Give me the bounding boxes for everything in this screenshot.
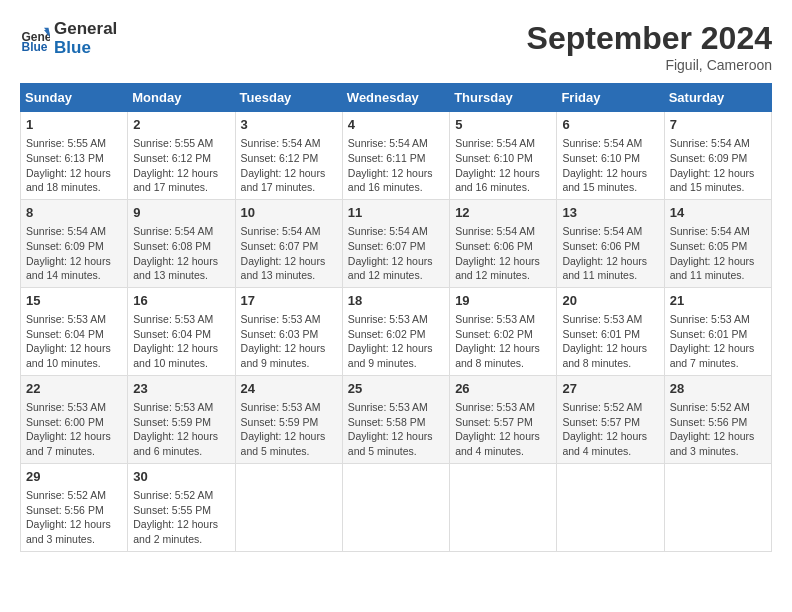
- day-number: 26: [455, 380, 551, 398]
- table-row: [342, 463, 449, 551]
- logo: General Blue General Blue: [20, 20, 117, 57]
- day-number: 29: [26, 468, 122, 486]
- day-detail: Sunrise: 5:52 AM Sunset: 5:57 PM Dayligh…: [562, 400, 658, 459]
- day-detail: Sunrise: 5:54 AM Sunset: 6:10 PM Dayligh…: [455, 136, 551, 195]
- day-detail: Sunrise: 5:53 AM Sunset: 6:00 PM Dayligh…: [26, 400, 122, 459]
- day-number: 25: [348, 380, 444, 398]
- day-number: 12: [455, 204, 551, 222]
- table-row: 7Sunrise: 5:54 AM Sunset: 6:09 PM Daylig…: [664, 112, 771, 200]
- header-row: Sunday Monday Tuesday Wednesday Thursday…: [21, 84, 772, 112]
- calendar-week-row: 1Sunrise: 5:55 AM Sunset: 6:13 PM Daylig…: [21, 112, 772, 200]
- table-row: 22Sunrise: 5:53 AM Sunset: 6:00 PM Dayli…: [21, 375, 128, 463]
- day-number: 21: [670, 292, 766, 310]
- table-row: 12Sunrise: 5:54 AM Sunset: 6:06 PM Dayli…: [450, 199, 557, 287]
- day-detail: Sunrise: 5:53 AM Sunset: 6:01 PM Dayligh…: [562, 312, 658, 371]
- table-row: [450, 463, 557, 551]
- day-number: 22: [26, 380, 122, 398]
- day-number: 6: [562, 116, 658, 134]
- day-detail: Sunrise: 5:54 AM Sunset: 6:09 PM Dayligh…: [26, 224, 122, 283]
- day-detail: Sunrise: 5:53 AM Sunset: 6:04 PM Dayligh…: [133, 312, 229, 371]
- day-detail: Sunrise: 5:52 AM Sunset: 5:55 PM Dayligh…: [133, 488, 229, 547]
- table-row: 29Sunrise: 5:52 AM Sunset: 5:56 PM Dayli…: [21, 463, 128, 551]
- col-saturday: Saturday: [664, 84, 771, 112]
- day-number: 1: [26, 116, 122, 134]
- day-number: 23: [133, 380, 229, 398]
- location: Figuil, Cameroon: [527, 57, 772, 73]
- table-row: 23Sunrise: 5:53 AM Sunset: 5:59 PM Dayli…: [128, 375, 235, 463]
- table-row: [235, 463, 342, 551]
- day-detail: Sunrise: 5:54 AM Sunset: 6:10 PM Dayligh…: [562, 136, 658, 195]
- day-number: 24: [241, 380, 337, 398]
- day-detail: Sunrise: 5:53 AM Sunset: 5:59 PM Dayligh…: [133, 400, 229, 459]
- table-row: 17Sunrise: 5:53 AM Sunset: 6:03 PM Dayli…: [235, 287, 342, 375]
- table-row: 1Sunrise: 5:55 AM Sunset: 6:13 PM Daylig…: [21, 112, 128, 200]
- calendar-table: Sunday Monday Tuesday Wednesday Thursday…: [20, 83, 772, 552]
- day-number: 28: [670, 380, 766, 398]
- day-number: 10: [241, 204, 337, 222]
- day-number: 15: [26, 292, 122, 310]
- day-number: 16: [133, 292, 229, 310]
- day-detail: Sunrise: 5:55 AM Sunset: 6:12 PM Dayligh…: [133, 136, 229, 195]
- day-detail: Sunrise: 5:54 AM Sunset: 6:05 PM Dayligh…: [670, 224, 766, 283]
- day-number: 8: [26, 204, 122, 222]
- col-tuesday: Tuesday: [235, 84, 342, 112]
- day-number: 9: [133, 204, 229, 222]
- table-row: 16Sunrise: 5:53 AM Sunset: 6:04 PM Dayli…: [128, 287, 235, 375]
- table-row: 15Sunrise: 5:53 AM Sunset: 6:04 PM Dayli…: [21, 287, 128, 375]
- table-row: 2Sunrise: 5:55 AM Sunset: 6:12 PM Daylig…: [128, 112, 235, 200]
- table-row: [664, 463, 771, 551]
- table-row: 10Sunrise: 5:54 AM Sunset: 6:07 PM Dayli…: [235, 199, 342, 287]
- logo-text: General Blue: [54, 20, 117, 57]
- calendar-week-row: 15Sunrise: 5:53 AM Sunset: 6:04 PM Dayli…: [21, 287, 772, 375]
- day-detail: Sunrise: 5:54 AM Sunset: 6:06 PM Dayligh…: [562, 224, 658, 283]
- svg-text:Blue: Blue: [22, 40, 48, 54]
- table-row: 5Sunrise: 5:54 AM Sunset: 6:10 PM Daylig…: [450, 112, 557, 200]
- day-number: 11: [348, 204, 444, 222]
- table-row: 18Sunrise: 5:53 AM Sunset: 6:02 PM Dayli…: [342, 287, 449, 375]
- month-title: September 2024: [527, 20, 772, 57]
- table-row: [557, 463, 664, 551]
- col-monday: Monday: [128, 84, 235, 112]
- title-block: September 2024 Figuil, Cameroon: [527, 20, 772, 73]
- table-row: 8Sunrise: 5:54 AM Sunset: 6:09 PM Daylig…: [21, 199, 128, 287]
- day-detail: Sunrise: 5:54 AM Sunset: 6:07 PM Dayligh…: [241, 224, 337, 283]
- day-detail: Sunrise: 5:54 AM Sunset: 6:11 PM Dayligh…: [348, 136, 444, 195]
- day-detail: Sunrise: 5:53 AM Sunset: 6:01 PM Dayligh…: [670, 312, 766, 371]
- day-detail: Sunrise: 5:52 AM Sunset: 5:56 PM Dayligh…: [670, 400, 766, 459]
- table-row: 21Sunrise: 5:53 AM Sunset: 6:01 PM Dayli…: [664, 287, 771, 375]
- table-row: 24Sunrise: 5:53 AM Sunset: 5:59 PM Dayli…: [235, 375, 342, 463]
- day-number: 27: [562, 380, 658, 398]
- day-number: 20: [562, 292, 658, 310]
- logo-icon: General Blue: [20, 24, 50, 54]
- day-detail: Sunrise: 5:53 AM Sunset: 6:02 PM Dayligh…: [455, 312, 551, 371]
- table-row: 27Sunrise: 5:52 AM Sunset: 5:57 PM Dayli…: [557, 375, 664, 463]
- day-number: 4: [348, 116, 444, 134]
- table-row: 9Sunrise: 5:54 AM Sunset: 6:08 PM Daylig…: [128, 199, 235, 287]
- day-detail: Sunrise: 5:54 AM Sunset: 6:08 PM Dayligh…: [133, 224, 229, 283]
- table-row: 4Sunrise: 5:54 AM Sunset: 6:11 PM Daylig…: [342, 112, 449, 200]
- day-detail: Sunrise: 5:54 AM Sunset: 6:06 PM Dayligh…: [455, 224, 551, 283]
- col-sunday: Sunday: [21, 84, 128, 112]
- page-header: General Blue General Blue September 2024…: [20, 20, 772, 73]
- day-detail: Sunrise: 5:55 AM Sunset: 6:13 PM Dayligh…: [26, 136, 122, 195]
- day-detail: Sunrise: 5:53 AM Sunset: 5:59 PM Dayligh…: [241, 400, 337, 459]
- day-number: 14: [670, 204, 766, 222]
- table-row: 30Sunrise: 5:52 AM Sunset: 5:55 PM Dayli…: [128, 463, 235, 551]
- calendar-week-row: 8Sunrise: 5:54 AM Sunset: 6:09 PM Daylig…: [21, 199, 772, 287]
- table-row: 28Sunrise: 5:52 AM Sunset: 5:56 PM Dayli…: [664, 375, 771, 463]
- day-detail: Sunrise: 5:54 AM Sunset: 6:12 PM Dayligh…: [241, 136, 337, 195]
- day-number: 18: [348, 292, 444, 310]
- day-detail: Sunrise: 5:53 AM Sunset: 6:04 PM Dayligh…: [26, 312, 122, 371]
- calendar-week-row: 22Sunrise: 5:53 AM Sunset: 6:00 PM Dayli…: [21, 375, 772, 463]
- col-thursday: Thursday: [450, 84, 557, 112]
- table-row: 26Sunrise: 5:53 AM Sunset: 5:57 PM Dayli…: [450, 375, 557, 463]
- day-detail: Sunrise: 5:54 AM Sunset: 6:07 PM Dayligh…: [348, 224, 444, 283]
- table-row: 6Sunrise: 5:54 AM Sunset: 6:10 PM Daylig…: [557, 112, 664, 200]
- table-row: 19Sunrise: 5:53 AM Sunset: 6:02 PM Dayli…: [450, 287, 557, 375]
- table-row: 11Sunrise: 5:54 AM Sunset: 6:07 PM Dayli…: [342, 199, 449, 287]
- calendar-week-row: 29Sunrise: 5:52 AM Sunset: 5:56 PM Dayli…: [21, 463, 772, 551]
- table-row: 13Sunrise: 5:54 AM Sunset: 6:06 PM Dayli…: [557, 199, 664, 287]
- day-detail: Sunrise: 5:53 AM Sunset: 5:58 PM Dayligh…: [348, 400, 444, 459]
- day-detail: Sunrise: 5:52 AM Sunset: 5:56 PM Dayligh…: [26, 488, 122, 547]
- day-detail: Sunrise: 5:53 AM Sunset: 5:57 PM Dayligh…: [455, 400, 551, 459]
